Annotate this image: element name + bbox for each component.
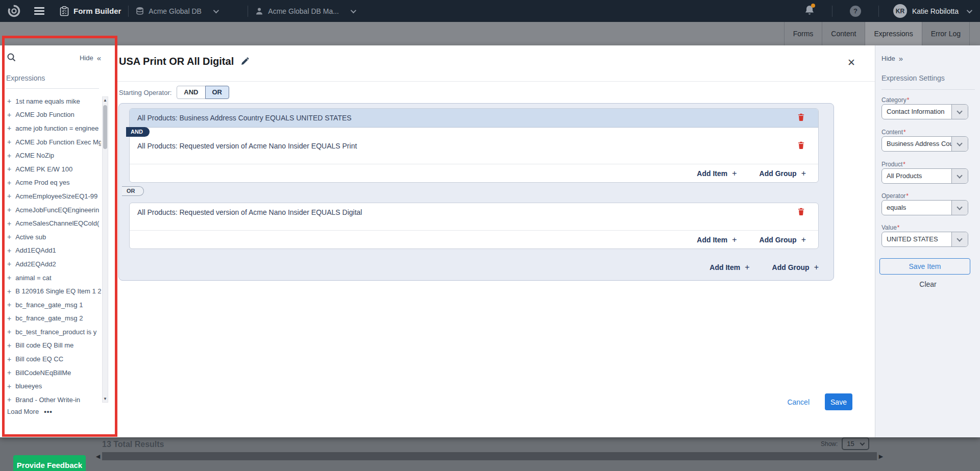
add-item-button[interactable]: Add Item + xyxy=(709,263,749,272)
operator-label: Operator xyxy=(881,192,909,200)
expression-list-item[interactable]: +ACME PK E/W 100 xyxy=(0,162,101,176)
hamburger-menu-icon[interactable] xyxy=(34,6,44,17)
expression-list-item[interactable]: +Bill code EQ Bill me xyxy=(0,339,101,353)
topbar-right-group: ? KR Katie Robilotta xyxy=(804,4,971,18)
ellipsis-icon: ••• xyxy=(44,408,53,415)
app-title: Form Builder xyxy=(74,7,121,15)
expression-list-item[interactable]: +Add1EQAdd1 xyxy=(0,244,101,258)
expression-list-item[interactable]: +Brand - Other Write-in xyxy=(0,393,101,407)
database-selector[interactable]: Acme Global DB xyxy=(136,7,240,16)
content-select[interactable]: Business Address Cou... xyxy=(881,136,968,152)
scroll-down-icon[interactable]: ▼ xyxy=(103,396,108,401)
edit-pencil-icon[interactable] xyxy=(240,57,249,66)
user-menu[interactable]: KR Katie Robilotta xyxy=(893,4,971,18)
divider xyxy=(878,6,879,17)
expression-list-item[interactable]: +ACME NoZip xyxy=(0,148,101,162)
plus-icon: + xyxy=(7,274,11,282)
expression-list-item[interactable]: +BillCodeNEqBillMe xyxy=(0,366,101,380)
tab-content[interactable]: Content xyxy=(822,22,865,45)
expression-group: All Products: Business Address Country E… xyxy=(118,103,834,281)
provide-feedback-button[interactable]: Provide Feedback xyxy=(13,455,86,471)
delete-item-button[interactable] xyxy=(796,112,806,124)
map-selector[interactable]: Acme Global DB Ma... xyxy=(255,7,360,15)
expression-list-item[interactable]: +bc_france_gate_msg 1 xyxy=(0,298,101,312)
operator-select[interactable]: equals xyxy=(881,200,968,215)
plus-icon: + xyxy=(7,192,11,200)
app-logo-icon[interactable] xyxy=(7,4,21,18)
expression-list-item[interactable]: +bc_france_gate_msg 2 xyxy=(0,312,101,326)
expression-list-item[interactable]: +animal = cat xyxy=(0,271,101,285)
chevron-down-icon xyxy=(351,7,356,13)
plus-icon: + xyxy=(7,111,11,119)
expression-list-item[interactable]: +ACME Job Function xyxy=(0,108,101,122)
notifications-button[interactable] xyxy=(804,5,815,18)
horizontal-scrollbar[interactable]: ◀ ▶ xyxy=(94,452,891,461)
expression-list-item[interactable]: +Acme Prod eq yes xyxy=(0,176,101,190)
value-select[interactable]: UNITED STATES xyxy=(881,232,968,247)
plus-icon: + xyxy=(732,235,737,244)
expression-list-item[interactable]: +Active sub xyxy=(0,230,101,244)
cancel-button[interactable]: Cancel xyxy=(787,398,810,406)
category-select[interactable]: Contact Information xyxy=(881,104,968,119)
expression-list-item[interactable]: +acme job function = enginee xyxy=(0,121,101,135)
plus-icon: + xyxy=(7,138,11,146)
expression-item-row[interactable]: All Products: Requested version of Acme … xyxy=(130,203,818,221)
help-button[interactable]: ? xyxy=(850,6,861,17)
scroll-left-icon[interactable]: ◀ xyxy=(94,453,102,460)
tab-expressions[interactable]: Expressions xyxy=(865,22,921,45)
chevron-down-icon xyxy=(951,105,968,119)
plus-icon: + xyxy=(7,206,11,214)
expression-list-item[interactable]: +Add2EQAdd2 xyxy=(0,257,101,271)
save-item-button[interactable]: Save Item xyxy=(879,258,970,275)
hide-label: Hide xyxy=(80,54,93,62)
starting-operator-label: Starting Operator: xyxy=(119,89,172,96)
tab-forms[interactable]: Forms xyxy=(784,22,822,45)
plus-icon: + xyxy=(7,395,11,404)
sidebar-scrollbar[interactable]: ▲ ▼ xyxy=(102,96,108,403)
expression-list-item[interactable]: +AcmeJobFuncEQEngineerin xyxy=(0,203,101,217)
expression-list-item[interactable]: +B 120916 Single EQ Item 1 2 xyxy=(0,284,101,298)
expression-item-row[interactable]: All Products: Business Address Country E… xyxy=(130,109,818,128)
show-per-page-select[interactable]: 15 xyxy=(842,437,869,450)
expression-list-item[interactable]: +blueeyes xyxy=(0,379,101,393)
product-select[interactable]: All Products xyxy=(881,168,968,184)
expression-list-item[interactable]: +Bill code EQ CC xyxy=(0,352,101,366)
add-item-button[interactable]: Add Item + xyxy=(697,169,737,178)
expression-list-item[interactable]: +bc_test_france_product is y xyxy=(0,325,101,339)
show-per-page-group: Show: 15 xyxy=(821,437,869,450)
sidebar-hide-button[interactable]: Hide « xyxy=(80,54,101,62)
delete-item-button[interactable] xyxy=(796,206,806,218)
settings-hide-button[interactable]: Hide » xyxy=(881,54,903,63)
scroll-up-icon[interactable]: ▲ xyxy=(103,98,108,103)
category-label: Category xyxy=(881,96,909,104)
expression-item-row[interactable]: All Products: Requested version of Acme … xyxy=(130,137,818,155)
sidebar-scrollbar-thumb[interactable] xyxy=(103,105,107,149)
close-icon[interactable]: ✕ xyxy=(847,57,855,68)
content-label: Content xyxy=(881,129,906,136)
delete-item-button[interactable] xyxy=(796,140,806,152)
add-item-button[interactable]: Add Item + xyxy=(697,235,737,244)
horizontal-scrollbar-thumb[interactable] xyxy=(102,452,877,460)
starting-operator-or-button[interactable]: OR xyxy=(205,86,230,99)
plus-icon: + xyxy=(7,368,11,377)
add-group-button[interactable]: Add Group + xyxy=(760,235,806,244)
product-label: Product xyxy=(881,161,905,168)
expression-list-item[interactable]: +1st name equals mike xyxy=(0,94,101,108)
tab-error-log[interactable]: Error Log xyxy=(922,22,970,45)
expression-editor-sheet: Hide « Expressions +1st name equals mike… xyxy=(0,45,980,437)
clear-button[interactable]: Clear xyxy=(875,280,980,288)
expression-list-item[interactable]: +AcmeEmployeeSizeEQ1-99 xyxy=(0,189,101,203)
trash-icon xyxy=(797,113,805,121)
value-label: Value xyxy=(881,224,899,231)
add-group-button[interactable]: Add Group + xyxy=(760,169,806,178)
load-more-button[interactable]: Load More ••• xyxy=(7,408,53,415)
search-icon[interactable] xyxy=(7,53,16,62)
starting-operator-and-button[interactable]: AND xyxy=(177,86,205,99)
add-group-button[interactable]: Add Group + xyxy=(772,263,819,272)
expression-list-item[interactable]: +ACME Job Function Exec Mg xyxy=(0,135,101,149)
chevron-down-icon xyxy=(860,441,865,446)
expression-list-item[interactable]: +AcmeSalesChannelEQCold( xyxy=(0,216,101,230)
avatar: KR xyxy=(893,4,907,18)
scroll-right-icon[interactable]: ▶ xyxy=(877,453,885,460)
save-button[interactable]: Save xyxy=(825,393,852,410)
